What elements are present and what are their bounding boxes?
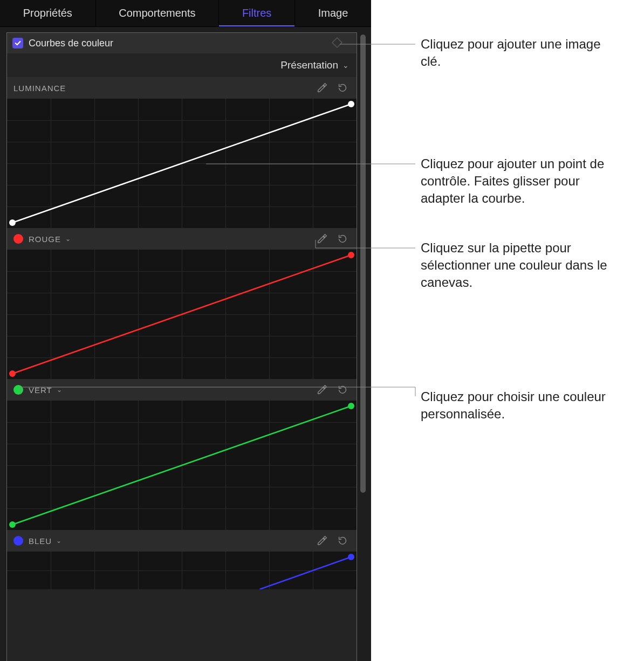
svg-point-7	[9, 521, 16, 528]
curve-label: ROUGE	[29, 235, 61, 244]
filter-content: Courbes de couleur Présentation ⌄ LUMINA…	[6, 32, 357, 661]
curve-canvas-green[interactable]	[7, 401, 357, 530]
chevron-down-icon: ⌄	[342, 61, 349, 70]
chevron-down-icon[interactable]: ⌄	[56, 537, 61, 545]
tab-filters[interactable]: Filtres	[219, 0, 295, 26]
curve-header-luminance: LUMINANCE	[7, 77, 357, 99]
callout-keyframe: Cliquez pour ajouter une image clé.	[421, 36, 620, 70]
eyedropper-button[interactable]	[314, 382, 330, 397]
reset-curve-button[interactable]	[335, 80, 350, 95]
reset-curve-button[interactable]	[335, 533, 350, 548]
reset-curve-button[interactable]	[335, 382, 350, 397]
svg-line-0	[12, 104, 351, 223]
svg-line-3	[12, 255, 351, 374]
color-swatch-green[interactable]	[13, 385, 23, 395]
svg-point-1	[9, 219, 16, 226]
color-swatch-red[interactable]	[13, 234, 23, 244]
curve-label: BLEU	[29, 536, 52, 546]
filter-title: Courbes de couleur	[29, 38, 113, 49]
callout-control-point: Cliquez pour ajouter un point de contrôl…	[421, 155, 620, 207]
add-keyframe-button[interactable]	[331, 36, 344, 49]
curve-header-blue: BLEU ⌄	[7, 530, 357, 552]
tab-properties[interactable]: Propriétés	[0, 0, 96, 26]
tab-behaviors[interactable]: Comportements	[96, 0, 220, 26]
curve-label: LUMINANCE	[13, 84, 66, 93]
eyedropper-button[interactable]	[314, 80, 330, 95]
curve-canvas-red[interactable]	[7, 250, 357, 379]
curve-section-green: VERT ⌄	[7, 379, 357, 530]
curve-label: VERT	[29, 385, 52, 395]
tab-label: Filtres	[242, 7, 271, 19]
tab-label: Comportements	[119, 7, 195, 19]
svg-point-4	[9, 370, 16, 377]
curve-header-red: ROUGE ⌄	[7, 228, 357, 250]
svg-line-9	[260, 557, 351, 589]
curve-section-luminance: LUMINANCE	[7, 77, 357, 228]
chevron-down-icon[interactable]: ⌄	[57, 386, 62, 394]
scrollbar-thumb[interactable]	[360, 35, 366, 493]
callout-custom-color: Cliquez pour choisir une couleur personn…	[421, 388, 620, 423]
reset-curve-button[interactable]	[335, 231, 350, 246]
curve-header-green: VERT ⌄	[7, 379, 357, 401]
callout-eyedropper: Cliquez sur la pipette pour sélectionner…	[421, 239, 620, 291]
filter-header: Courbes de couleur	[7, 33, 357, 53]
tab-label: Propriétés	[23, 7, 72, 19]
curve-section-red: ROUGE ⌄	[7, 228, 357, 379]
chevron-down-icon[interactable]: ⌄	[65, 235, 71, 243]
filter-enable-checkbox[interactable]	[12, 38, 23, 49]
tab-image[interactable]: Image	[295, 0, 371, 26]
color-swatch-blue[interactable]	[13, 536, 23, 546]
curve-canvas-luminance[interactable]	[7, 99, 357, 228]
scrollbar[interactable]	[360, 35, 366, 493]
svg-line-6	[12, 406, 351, 525]
svg-point-5	[348, 252, 354, 258]
curve-canvas-blue[interactable]	[7, 552, 357, 589]
inspector-panel: Propriétés Comportements Filtres Image C…	[0, 0, 371, 661]
tab-label: Image	[318, 7, 348, 19]
view-dropdown[interactable]: Présentation ⌄	[280, 59, 349, 71]
inspector-tabs: Propriétés Comportements Filtres Image	[0, 0, 371, 27]
view-dropdown-label: Présentation	[280, 59, 338, 71]
svg-point-2	[348, 101, 354, 107]
svg-point-10	[348, 554, 354, 560]
view-row: Présentation ⌄	[7, 53, 357, 77]
svg-point-8	[348, 403, 354, 409]
eyedropper-button[interactable]	[314, 533, 330, 548]
eyedropper-button[interactable]	[314, 231, 330, 246]
curve-section-blue: BLEU ⌄	[7, 530, 357, 589]
